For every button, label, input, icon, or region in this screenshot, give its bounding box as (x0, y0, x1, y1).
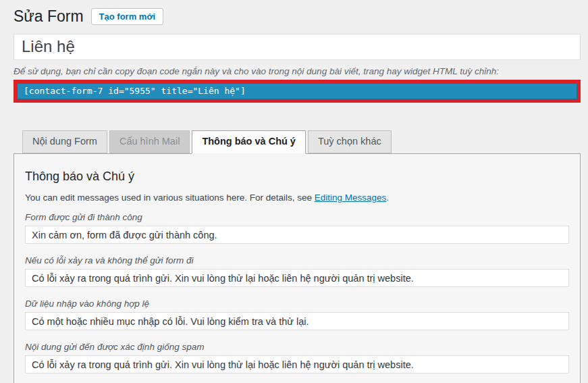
message-label-success: Form được gửi đi thành công (25, 212, 569, 222)
messages-panel: Thông báo và Chú ý You can edit messages… (14, 153, 581, 383)
add-new-form-button[interactable]: Tạo form mới (91, 8, 164, 25)
message-label-validation: Dữ liệu nhập vào không hợp lệ (25, 299, 569, 309)
panel-description: You can edit messages used in various si… (25, 193, 569, 203)
page-header: Sửa Form Tạo form mới (14, 7, 581, 27)
message-input-validation[interactable] (25, 312, 569, 330)
message-input-success[interactable] (25, 226, 569, 244)
page-title: Sửa Form (14, 7, 84, 27)
tab-mail-settings[interactable]: Cấu hình Mail (109, 130, 190, 153)
message-label-failed: Nếu có lỗi xảy ra và không thể gửi form … (25, 255, 569, 265)
editor-tabs: Nội dung Form Cấu hình Mail Thông báo và… (22, 130, 581, 153)
message-input-failed[interactable] (25, 269, 569, 287)
message-label-spam: Nội dung gửi đến được xác định giống spa… (25, 342, 569, 352)
shortcode-input[interactable] (17, 83, 577, 99)
form-title-input[interactable] (14, 34, 581, 60)
panel-heading: Thông báo và Chú ý (25, 170, 569, 184)
shortcode-highlight-box (14, 80, 581, 103)
editing-messages-link[interactable]: Editing Messages (315, 193, 387, 203)
tab-additional-settings[interactable]: Tuỳ chọn khác (308, 130, 392, 153)
panel-description-suffix: . (386, 193, 389, 203)
shortcode-description: Để sử dụng, bạn chỉ cần copy đoạn code n… (14, 66, 581, 76)
edit-form-page: Sửa Form Tạo form mới Để sử dụng, bạn ch… (0, 0, 588, 383)
tab-form-content[interactable]: Nội dung Form (22, 130, 107, 153)
tab-messages[interactable]: Thông báo và Chú ý (192, 130, 306, 154)
message-input-spam[interactable] (25, 355, 569, 374)
panel-description-text: You can edit messages used in various si… (25, 193, 315, 203)
